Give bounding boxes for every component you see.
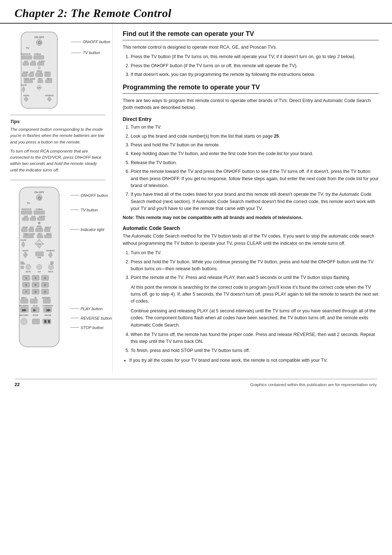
svg-rect-122	[30, 299, 37, 303]
remote-diagram-2-container: ON-OFF ⏻ TV DVD/VCR CABLE SAT AUX AUDIO	[10, 185, 106, 350]
section1-step-2: Press the ON•OFF button (if the TV turns…	[131, 62, 379, 69]
svg-text:2: 2	[35, 276, 37, 280]
svg-rect-82	[36, 252, 44, 256]
svg-rect-29	[38, 80, 43, 83]
svg-text:INFO: INFO	[38, 233, 42, 235]
svg-text:3: 3	[44, 276, 46, 280]
svg-text:AUDIO: AUDIO	[38, 60, 45, 62]
svg-text:−: −	[21, 267, 23, 269]
svg-rect-123	[43, 299, 50, 303]
svg-rect-68	[37, 235, 43, 238]
direct-entry-heading: Direct Entry	[123, 116, 379, 122]
svg-text:5: 5	[35, 283, 37, 287]
remote2-label-indicator: Indicator light	[81, 227, 104, 232]
svg-text:AGAIN: AGAIN	[23, 94, 29, 97]
remote2-label-play: PLAY button	[81, 307, 103, 311]
section2-divider	[123, 93, 379, 94]
section1-step-3: If that doesn't work, you can try progra…	[131, 71, 379, 78]
tips-section: Tips The component button corresponding …	[10, 115, 106, 180]
svg-text:⏻: ⏻	[38, 196, 41, 199]
section1-intro: This remote control is designed to opera…	[123, 44, 379, 51]
as-bullet-1: If you try all the codes for your TV bra…	[129, 357, 379, 364]
de-step-6: Point the remote toward the TV and press…	[131, 168, 379, 189]
svg-text:LIVE: LIVE	[37, 256, 42, 259]
svg-text:9: 9	[44, 290, 46, 293]
svg-rect-30	[45, 80, 52, 83]
remote-1-labels: ON•OFF button TV button	[68, 30, 110, 55]
tips-para-1: The component button corresponding to th…	[10, 126, 106, 145]
svg-text:TIMER·GUIDE: TIMER·GUIDE	[23, 233, 35, 235]
svg-text:AUX: AUX	[31, 215, 36, 218]
svg-text:PAUSE: PAUSE	[45, 314, 52, 316]
svg-rect-12	[23, 62, 29, 65]
svg-text:RECORD: RECORD	[20, 314, 28, 316]
as-step-5: To finish, press and hold STOP until the…	[131, 347, 379, 354]
svg-text:CABLE: CABLE	[34, 53, 41, 55]
svg-text:MENU: MENU	[46, 233, 52, 235]
svg-text:INPUT: INPUT	[21, 297, 27, 299]
section1-divider	[123, 40, 379, 40]
note-text: Note: This remote may not be compatible …	[123, 215, 379, 220]
section1-steps: Press the TV button (if the TV turns on,…	[131, 53, 379, 78]
remote1-label-tv: TV button	[83, 50, 100, 55]
tips-para-2: To turn off most RCA components that are…	[10, 148, 106, 173]
de-step-2: Look up the brand and code number(s) fro…	[131, 133, 379, 140]
svg-rect-53	[37, 218, 45, 220]
svg-rect-142	[48, 320, 50, 323]
svg-point-98	[37, 264, 42, 270]
svg-text:AUDIO: AUDIO	[39, 215, 45, 218]
svg-point-97	[26, 264, 31, 270]
as-step-2: Press and hold the TV button. While you …	[131, 259, 379, 273]
svg-text:DVD/VCR: DVD/VCR	[21, 208, 32, 210]
section1-heading: Find out if the remote can operate your …	[123, 30, 379, 38]
svg-text:+: +	[21, 262, 23, 264]
page-header: Chapter 2: The Remote Control	[0, 0, 392, 24]
svg-text:7: 7	[25, 290, 27, 293]
svg-rect-139	[32, 319, 40, 324]
de-step-5: Release the TV button.	[131, 159, 379, 166]
remote2-label-tv: TV button	[81, 208, 98, 212]
svg-rect-63	[44, 228, 50, 232]
svg-text:MUTE: MUTE	[26, 271, 31, 273]
page-footer: 22 Graphics contained within this public…	[15, 379, 377, 390]
svg-point-54	[38, 222, 40, 224]
svg-text:STOP: STOP	[33, 314, 38, 316]
left-column: ON-OFF ⏻ TV DVD/VCR CABLE SAT AUX AUDIO	[0, 24, 113, 372]
svg-text:BACK: BACK	[48, 271, 53, 273]
svg-rect-14	[37, 62, 44, 65]
as-step-3: Point the remote at the TV. Press and re…	[131, 274, 379, 329]
svg-text:ADVANCE: ADVANCE	[46, 250, 55, 252]
svg-text:GO: GO	[38, 271, 41, 273]
svg-text:TV: TV	[26, 47, 29, 49]
svg-text:8: 8	[35, 290, 37, 293]
svg-rect-24	[45, 73, 50, 77]
svg-point-138	[21, 318, 27, 325]
svg-text:AGAIN: AGAIN	[23, 250, 28, 252]
svg-rect-69	[44, 235, 52, 238]
remote2-label-reverse: REVERSE button	[81, 316, 112, 320]
remote-2-labels: ON•OFF button TV button Indicator light …	[68, 185, 112, 330]
svg-rect-61	[29, 228, 34, 232]
svg-text:ON-OFF: ON-OFF	[34, 36, 44, 39]
auto-search-heading: Automatic Code Search	[123, 225, 379, 231]
remote-diagram-1-container: ON-OFF ⏻ TV DVD/VCR CABLE SAT AUX AUDIO	[10, 30, 106, 111]
svg-text:CLEAR: CLEAR	[20, 239, 26, 241]
auto-search-bullets: If you try all the codes for your TV bra…	[129, 357, 379, 364]
svg-rect-13	[30, 62, 36, 65]
remote-svg-2: ON-OFF ⏻ TV DVD/VCR CABLE SAT AUX AUDIO	[10, 185, 68, 349]
svg-text:MENU: MENU	[47, 78, 52, 80]
svg-text:SAT: SAT	[24, 60, 28, 62]
remote1-label-onoff: ON•OFF button	[83, 40, 110, 44]
svg-text:+: +	[51, 262, 53, 264]
svg-text:OK: OK	[37, 242, 41, 246]
right-column: Find out if the remote can operate your …	[113, 24, 392, 372]
svg-text:OK: OK	[37, 86, 41, 89]
svg-rect-51	[22, 218, 29, 220]
de-step-1: Turn on the TV.	[131, 124, 379, 131]
svg-point-99	[48, 264, 53, 270]
footer-page-number: 22	[15, 382, 20, 387]
svg-text:AUX: AUX	[31, 60, 36, 62]
remote2-label-stop: STOP button	[81, 325, 103, 330]
section2-intro: There are two ways to program this remot…	[123, 97, 379, 112]
svg-rect-60	[21, 228, 27, 232]
